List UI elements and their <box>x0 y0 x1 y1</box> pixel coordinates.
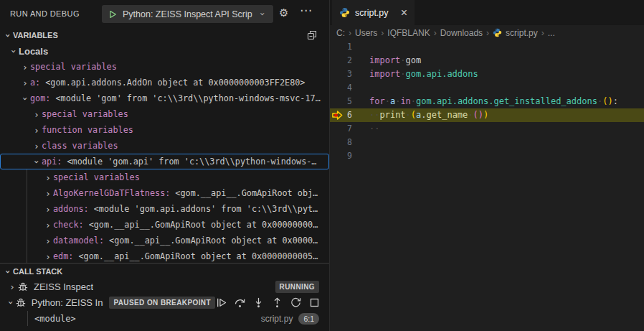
debug-continue[interactable] <box>215 297 227 309</box>
variable-row[interactable]: ›a:<gom.api.addons.AddOn object at 0x000… <box>0 75 329 90</box>
debug-session-row[interactable]: ›Python: ZEISS Inspe...PAUSED ON BREAKPO… <box>0 294 329 310</box>
chevron-down-icon[interactable]: › <box>9 46 19 56</box>
breadcrumb-item[interactable]: Users <box>355 28 377 38</box>
chevron-down-icon[interactable]: › <box>20 93 31 103</box>
close-icon[interactable]: × <box>401 8 407 18</box>
breadcrumb-item[interactable]: IQFBLANK <box>387 28 430 38</box>
breadcrumb-symbol[interactable]: ... <box>548 28 555 38</box>
line-number: 2 <box>330 54 352 67</box>
chevron-right-icon[interactable]: › <box>20 62 30 73</box>
chevron-right-icon[interactable]: › <box>43 204 53 215</box>
variable-name: function variables <box>42 125 133 135</box>
tab-script-py[interactable]: script.py × <box>332 0 415 25</box>
line-number: 7 <box>330 122 352 136</box>
variable-row[interactable]: ›Locals <box>0 43 329 59</box>
variable-row[interactable]: ›AlgoKernelGDaTFlatness:<gom.__api__.Gom… <box>0 185 329 201</box>
chevron-right-icon[interactable]: › <box>43 172 53 183</box>
variable-value: <module 'gom.api.addons' from 'c:\\3rd\\… <box>94 204 323 214</box>
chevron-right-icon[interactable]: › <box>32 141 42 151</box>
variables-tree: ›Locals›special variables›a:<gom.api.add… <box>0 43 329 263</box>
code-line: 1 <box>330 40 644 54</box>
collapse-all-icon[interactable] <box>306 29 318 41</box>
variable-row[interactable]: ›function variables <box>0 122 329 138</box>
chevron-right-icon[interactable]: › <box>43 220 53 230</box>
variable-row[interactable]: ›special variables <box>0 169 329 185</box>
variable-row[interactable]: ›special variables <box>0 106 329 122</box>
variable-value: <gom.__api__.GomApiRoot object at 0x0000… <box>89 220 323 230</box>
variable-name: special variables <box>42 109 128 119</box>
variable-name: Locals <box>19 46 48 57</box>
debug-step-over[interactable] <box>234 297 246 309</box>
code-area[interactable]: 12import·gom3import·gom.api.addons45for·… <box>330 40 644 331</box>
chevron-right-icon[interactable]: › <box>32 109 42 120</box>
code-line: 5for·a·in·gom.api.addons.get_installed_a… <box>330 95 644 108</box>
stack-frame-row[interactable]: <module>script.py6:1 <box>0 310 329 327</box>
breadcrumb-file[interactable]: script.py <box>506 28 538 38</box>
callstack-section-title: CALL STACK <box>13 267 62 276</box>
code-token: · <box>400 55 405 65</box>
code-token: get_name <box>427 110 468 120</box>
code-token: · <box>411 96 416 106</box>
variable-value: <gom.__api__.GomApiRoot object at 0x0000… <box>78 251 323 261</box>
variable-row[interactable]: ›api:<module 'gom.api' from 'c:\\3rd\\py… <box>0 154 329 169</box>
code-token: in <box>400 96 410 106</box>
line-column-badge: 6:1 <box>298 313 319 325</box>
variable-name: special variables <box>30 62 117 72</box>
code-token: ) <box>607 96 612 106</box>
code-token: import <box>369 55 400 65</box>
code-token: ( <box>411 110 416 120</box>
callstack-section-header[interactable]: › CALL STACK <box>0 264 329 279</box>
chevron-down-icon[interactable]: › <box>6 299 16 307</box>
variable-row[interactable]: ›addons:<module 'gom.api.addons' from 'c… <box>0 201 329 217</box>
variable-value: <gom.api.addons.AddOn object at 0x000000… <box>45 78 323 88</box>
variable-row[interactable]: ›datamodel:<gom.__api__.GomApiRoot objec… <box>0 233 329 248</box>
breadcrumb-separator: › <box>541 28 544 38</box>
variable-row[interactable]: ›edm:<gom.__api__.GomApiRoot object at 0… <box>0 248 329 263</box>
chevron-right-icon[interactable]: › <box>43 188 53 199</box>
gear-icon[interactable]: ⚙ <box>279 6 288 19</box>
breadcrumb-separator: › <box>349 28 351 38</box>
debug-restart[interactable] <box>290 297 302 309</box>
launch-config-dropdown[interactable]: Python: ZEISS Inspect API Script › <box>102 5 273 23</box>
chevron-right-icon[interactable]: › <box>43 236 53 246</box>
code-token: ) <box>478 110 483 120</box>
variable-name: AlgoKernelGDaTFlatness: <box>53 188 170 198</box>
line-number: 1 <box>330 40 352 54</box>
chevron-right-icon[interactable]: › <box>32 125 42 136</box>
code-line: 9 <box>330 149 644 163</box>
variables-section-header[interactable]: › VARIABLES <box>0 27 329 43</box>
code-token: ( <box>473 110 478 120</box>
code-token: print <box>379 110 405 120</box>
variable-row[interactable]: ›special variables <box>0 59 329 75</box>
debug-stop[interactable] <box>308 297 321 309</box>
more-actions-icon[interactable]: ⋯ <box>300 3 313 18</box>
debug-step-into[interactable] <box>252 297 265 309</box>
tab-title: script.py <box>355 8 396 18</box>
chevron-right-icon[interactable]: › <box>7 281 17 292</box>
breadcrumb-item[interactable]: C: <box>336 28 345 38</box>
start-debug-icon[interactable] <box>108 9 118 19</box>
chevron-down-icon: › <box>257 9 268 19</box>
variable-row[interactable]: ›gom:<module 'gom' from 'c:\\3rd\\python… <box>0 90 329 106</box>
code-text: for·a·in·gom.api.addons.get_installed_ad… <box>369 95 618 108</box>
breadcrumb-item[interactable]: Downloads <box>440 28 483 38</box>
vscode-window: RUN AND DEBUG Python: ZEISS Inspect API … <box>0 0 644 331</box>
code-token: : <box>613 96 618 106</box>
code-token: . <box>421 110 426 120</box>
launch-config-label: Python: ZEISS Inspect API Script <box>123 9 252 19</box>
bug-icon <box>15 297 27 308</box>
chevron-right-icon[interactable]: › <box>43 251 53 262</box>
code-text: ··print·(a.get_name·()) <box>369 108 488 122</box>
frame-label: <module> <box>34 314 76 324</box>
variable-row[interactable]: ›check:<gom.__api__.GomApiRoot object at… <box>0 217 329 233</box>
indent-guide <box>27 311 28 326</box>
variable-row[interactable]: ›class variables <box>0 138 329 154</box>
frame-file: script.py <box>261 314 293 324</box>
chevron-right-icon[interactable]: › <box>20 78 30 88</box>
variable-name: addons: <box>53 204 89 214</box>
debug-session-row[interactable]: ›ZEISS InspectRUNNING <box>0 279 329 294</box>
chevron-down-icon[interactable]: › <box>32 157 42 167</box>
debug-step-out[interactable] <box>271 297 283 309</box>
variable-name: gom: <box>30 93 50 103</box>
chevron-down-icon: › <box>3 266 14 276</box>
